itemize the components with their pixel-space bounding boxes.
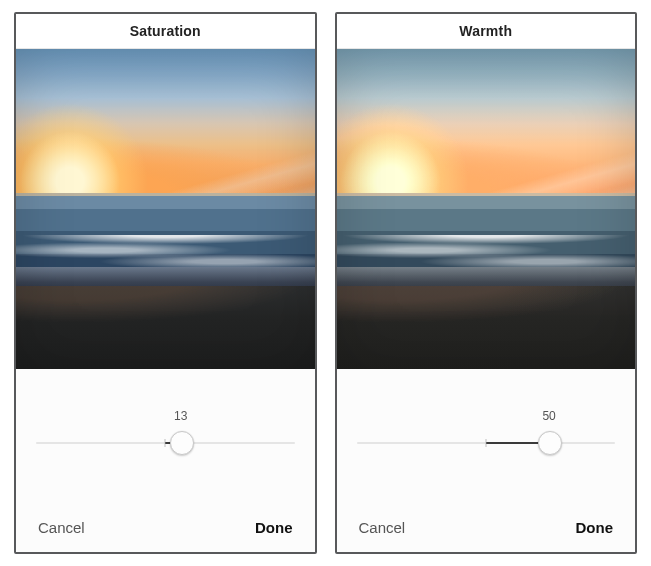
slider-thumb[interactable] <box>538 431 562 455</box>
editor-panel-warmth: Warmth 50 Cancel Done <box>335 12 638 554</box>
cancel-button[interactable]: Cancel <box>359 519 406 536</box>
slider-container: 50 <box>337 369 636 457</box>
stage: Saturation 13 Cancel Done <box>0 0 651 566</box>
adjustment-slider[interactable] <box>36 429 295 457</box>
done-button[interactable]: Done <box>255 519 293 536</box>
controls-area: 50 Cancel Done <box>337 369 636 552</box>
cancel-button[interactable]: Cancel <box>38 519 85 536</box>
slider-value-text: 13 <box>174 409 187 423</box>
slider-thumb[interactable] <box>170 431 194 455</box>
done-button[interactable]: Done <box>576 519 614 536</box>
slider-value-label: 50 <box>357 409 616 423</box>
slider-value-text: 50 <box>542 409 555 423</box>
photo-preview[interactable] <box>16 49 315 369</box>
adjustment-slider[interactable] <box>357 429 616 457</box>
panel-title: Warmth <box>337 14 636 49</box>
panel-title-text: Saturation <box>130 23 201 39</box>
footer-bar: Cancel Done <box>16 519 315 552</box>
editor-panel-saturation: Saturation 13 Cancel Done <box>14 12 317 554</box>
slider-container: 13 <box>16 369 315 457</box>
slider-value-label: 13 <box>36 409 295 423</box>
panel-title: Saturation <box>16 14 315 49</box>
panel-title-text: Warmth <box>459 23 512 39</box>
photo-preview[interactable] <box>337 49 636 369</box>
footer-bar: Cancel Done <box>337 519 636 552</box>
controls-area: 13 Cancel Done <box>16 369 315 552</box>
